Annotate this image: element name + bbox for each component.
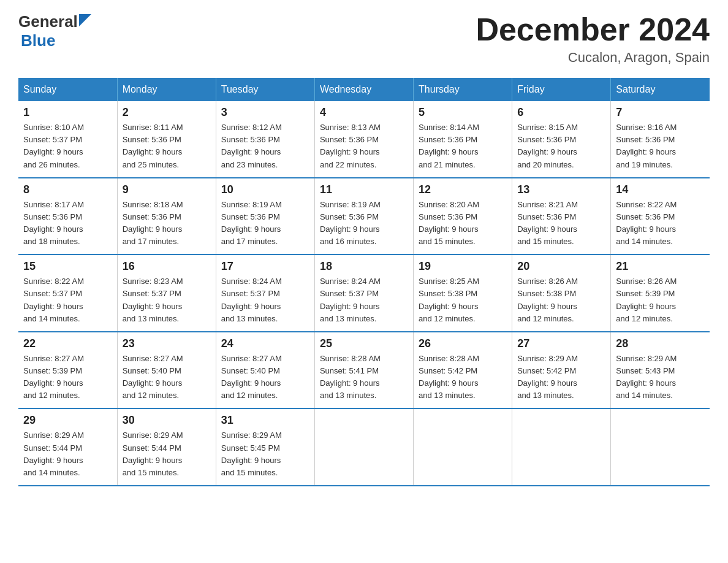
daylight-label: Daylight: 9 hours — [123, 224, 183, 234]
sunrise-label: Sunrise: 8:19 AM — [320, 200, 381, 209]
daylight-minutes: and 13 minutes. — [123, 314, 180, 323]
daylight-minutes: and 13 minutes. — [320, 314, 377, 323]
table-row — [314, 408, 413, 486]
daylight-minutes: and 26 minutes. — [23, 160, 80, 169]
day-number: 19 — [419, 260, 507, 273]
logo-blue-text: Blue — [21, 31, 55, 50]
daylight-minutes: and 14 minutes. — [23, 468, 80, 477]
day-info: Sunrise: 8:20 AM Sunset: 5:36 PM Dayligh… — [419, 199, 507, 248]
logo-general-text: General — [18, 12, 78, 31]
sunrise-label: Sunrise: 8:26 AM — [616, 277, 677, 286]
calendar-week-row: 1 Sunrise: 8:10 AM Sunset: 5:37 PM Dayli… — [18, 101, 710, 178]
sunset-label: Sunset: 5:36 PM — [517, 135, 576, 144]
sunrise-label: Sunrise: 8:16 AM — [616, 123, 677, 132]
day-number: 3 — [221, 106, 309, 119]
table-row: 11 Sunrise: 8:19 AM Sunset: 5:36 PM Dayl… — [314, 178, 413, 255]
daylight-label: Daylight: 9 hours — [123, 378, 183, 388]
day-number: 14 — [616, 183, 705, 196]
logo: General Blue — [18, 12, 91, 50]
sunset-label: Sunset: 5:37 PM — [23, 135, 82, 144]
day-number: 16 — [123, 260, 211, 273]
daylight-minutes: and 19 minutes. — [616, 160, 673, 169]
logo-triangle-icon — [79, 14, 91, 26]
day-info: Sunrise: 8:27 AM Sunset: 5:40 PM Dayligh… — [123, 353, 211, 402]
day-number: 15 — [23, 260, 112, 273]
day-number: 23 — [123, 337, 211, 350]
day-info: Sunrise: 8:11 AM Sunset: 5:36 PM Dayligh… — [123, 121, 211, 171]
sunrise-label: Sunrise: 8:22 AM — [23, 277, 84, 286]
day-number: 11 — [320, 183, 408, 196]
daylight-label: Daylight: 9 hours — [419, 378, 479, 388]
table-row — [611, 408, 710, 486]
col-wednesday: Wednesday — [314, 78, 413, 101]
sunset-label: Sunset: 5:40 PM — [123, 366, 181, 375]
day-info: Sunrise: 8:24 AM Sunset: 5:37 PM Dayligh… — [320, 275, 408, 325]
day-number: 27 — [517, 337, 605, 350]
table-row: 28 Sunrise: 8:29 AM Sunset: 5:43 PM Dayl… — [611, 332, 710, 409]
sunset-label: Sunset: 5:36 PM — [23, 212, 82, 221]
daylight-minutes: and 16 minutes. — [320, 237, 377, 246]
col-thursday: Thursday — [414, 78, 512, 101]
table-row: 19 Sunrise: 8:25 AM Sunset: 5:38 PM Dayl… — [414, 255, 512, 332]
day-info: Sunrise: 8:25 AM Sunset: 5:38 PM Dayligh… — [419, 275, 507, 325]
table-row: 31 Sunrise: 8:29 AM Sunset: 5:45 PM Dayl… — [216, 408, 314, 486]
day-info: Sunrise: 8:13 AM Sunset: 5:36 PM Dayligh… — [320, 121, 408, 171]
col-saturday: Saturday — [611, 78, 710, 101]
daylight-minutes: and 12 minutes. — [616, 314, 673, 323]
daylight-minutes: and 12 minutes. — [419, 314, 476, 323]
table-row: 30 Sunrise: 8:29 AM Sunset: 5:44 PM Dayl… — [117, 408, 216, 486]
day-info: Sunrise: 8:29 AM Sunset: 5:42 PM Dayligh… — [517, 353, 605, 402]
daylight-minutes: and 12 minutes. — [23, 391, 80, 400]
calendar-week-row: 22 Sunrise: 8:27 AM Sunset: 5:39 PM Dayl… — [18, 332, 710, 409]
sunset-label: Sunset: 5:36 PM — [419, 212, 477, 221]
table-row: 7 Sunrise: 8:16 AM Sunset: 5:36 PM Dayli… — [611, 101, 710, 178]
day-number: 13 — [517, 183, 605, 196]
sunset-label: Sunset: 5:44 PM — [23, 443, 82, 453]
day-number: 24 — [221, 337, 309, 350]
sunrise-label: Sunrise: 8:20 AM — [419, 200, 479, 209]
daylight-minutes: and 12 minutes. — [221, 391, 278, 400]
sunrise-label: Sunrise: 8:29 AM — [23, 431, 84, 440]
sunset-label: Sunset: 5:36 PM — [616, 135, 675, 144]
sunrise-label: Sunrise: 8:27 AM — [221, 354, 282, 363]
daylight-label: Daylight: 9 hours — [616, 302, 676, 311]
day-number: 31 — [221, 414, 309, 427]
daylight-minutes: and 15 minutes. — [517, 237, 574, 246]
table-row: 24 Sunrise: 8:27 AM Sunset: 5:40 PM Dayl… — [216, 332, 314, 409]
sunset-label: Sunset: 5:37 PM — [23, 289, 82, 298]
day-info: Sunrise: 8:19 AM Sunset: 5:36 PM Dayligh… — [320, 199, 408, 248]
day-number: 22 — [23, 337, 112, 350]
table-row: 22 Sunrise: 8:27 AM Sunset: 5:39 PM Dayl… — [18, 332, 117, 409]
daylight-minutes: and 17 minutes. — [123, 237, 180, 246]
day-number: 25 — [320, 337, 408, 350]
table-row: 10 Sunrise: 8:19 AM Sunset: 5:36 PM Dayl… — [216, 178, 314, 255]
daylight-label: Daylight: 9 hours — [221, 456, 281, 465]
sunrise-label: Sunrise: 8:13 AM — [320, 123, 381, 132]
day-info: Sunrise: 8:19 AM Sunset: 5:36 PM Dayligh… — [221, 199, 309, 248]
daylight-minutes: and 25 minutes. — [123, 160, 180, 169]
sunrise-label: Sunrise: 8:12 AM — [221, 123, 282, 132]
day-number: 10 — [221, 183, 309, 196]
daylight-label: Daylight: 9 hours — [221, 147, 281, 156]
sunrise-label: Sunrise: 8:28 AM — [320, 354, 381, 363]
calendar-week-row: 15 Sunrise: 8:22 AM Sunset: 5:37 PM Dayl… — [18, 255, 710, 332]
sunrise-label: Sunrise: 8:29 AM — [123, 431, 183, 440]
daylight-label: Daylight: 9 hours — [419, 147, 479, 156]
day-info: Sunrise: 8:22 AM Sunset: 5:37 PM Dayligh… — [23, 275, 112, 325]
table-row: 16 Sunrise: 8:23 AM Sunset: 5:37 PM Dayl… — [117, 255, 216, 332]
day-number: 17 — [221, 260, 309, 273]
daylight-label: Daylight: 9 hours — [320, 224, 380, 234]
calendar-header-row: Sunday Monday Tuesday Wednesday Thursday… — [18, 78, 710, 101]
daylight-label: Daylight: 9 hours — [517, 224, 577, 234]
sunset-label: Sunset: 5:36 PM — [320, 212, 379, 221]
sunrise-label: Sunrise: 8:27 AM — [23, 354, 84, 363]
table-row: 14 Sunrise: 8:22 AM Sunset: 5:36 PM Dayl… — [611, 178, 710, 255]
sunset-label: Sunset: 5:37 PM — [123, 289, 181, 298]
sunset-label: Sunset: 5:40 PM — [221, 366, 280, 375]
sunrise-label: Sunrise: 8:29 AM — [517, 354, 578, 363]
table-row: 21 Sunrise: 8:26 AM Sunset: 5:39 PM Dayl… — [611, 255, 710, 332]
day-info: Sunrise: 8:26 AM Sunset: 5:39 PM Dayligh… — [616, 275, 705, 325]
sunrise-label: Sunrise: 8:11 AM — [123, 123, 183, 132]
daylight-label: Daylight: 9 hours — [123, 147, 183, 156]
sunrise-label: Sunrise: 8:23 AM — [123, 277, 183, 286]
